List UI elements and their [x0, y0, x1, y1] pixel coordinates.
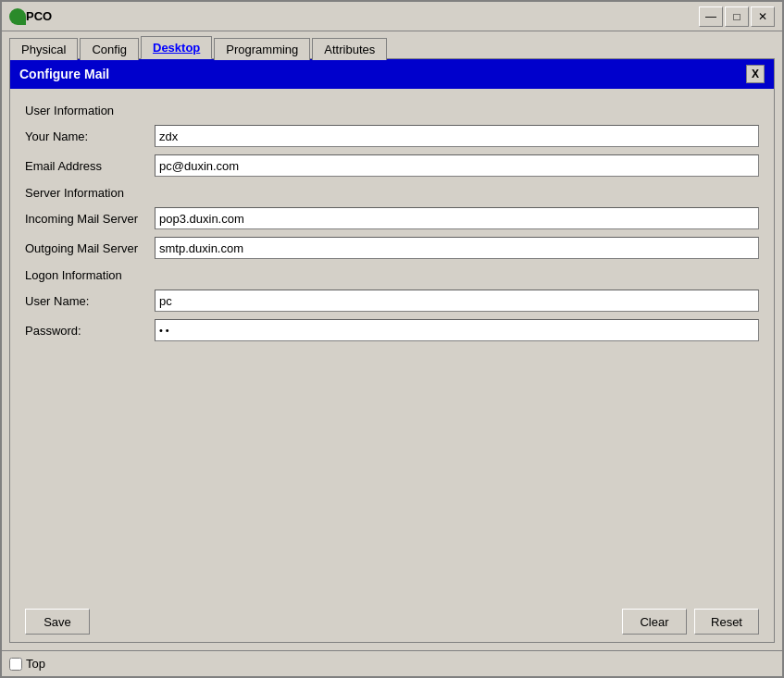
server-information-section-header: Server Information: [25, 186, 759, 200]
password-row: Password:: [25, 319, 759, 341]
top-checkbox[interactable]: [9, 658, 22, 671]
close-window-button[interactable]: ✕: [751, 6, 775, 27]
tab-attributes[interactable]: Attributes: [312, 38, 387, 60]
right-buttons: Clear Reset: [622, 609, 759, 635]
email-address-label: Email Address: [25, 159, 155, 173]
tab-desktop[interactable]: Desktop: [141, 36, 212, 59]
top-checkbox-wrapper: Top: [9, 657, 45, 671]
outgoing-mail-server-label: Outgoing Mail Server: [25, 241, 155, 255]
user-information-section-header: User Information: [25, 104, 759, 117]
titlebar: PCO — □ ✕: [2, 2, 782, 31]
maximize-button[interactable]: □: [725, 6, 749, 27]
email-address-input[interactable]: [155, 154, 759, 177]
main-window: PCO — □ ✕ Physical Config Desktop Progra…: [0, 0, 784, 678]
inner-panel: Configure Mail X User Information Your N…: [9, 58, 775, 643]
bottom-bar: Top: [2, 650, 782, 676]
left-buttons: Save: [25, 609, 90, 635]
configure-mail-title: Configure Mail: [19, 67, 109, 81]
email-address-row: Email Address: [25, 154, 759, 177]
your-name-row: Your Name:: [25, 125, 759, 147]
tab-programming[interactable]: Programming: [214, 38, 310, 60]
logon-username-label: User Name:: [25, 294, 155, 308]
buttons-area: Save Clear Reset: [10, 601, 774, 642]
clear-button[interactable]: Clear: [622, 609, 687, 635]
minimize-button[interactable]: —: [699, 6, 723, 27]
incoming-mail-server-row: Incoming Mail Server: [25, 207, 759, 229]
top-checkbox-label: Top: [26, 657, 45, 671]
outgoing-mail-server-row: Outgoing Mail Server: [25, 237, 759, 259]
logon-username-input[interactable]: [155, 290, 759, 312]
app-icon: [9, 8, 26, 25]
password-input[interactable]: [155, 319, 759, 341]
form-area: User Information Your Name: Email Addres…: [10, 89, 774, 601]
content-area: Configure Mail X User Information Your N…: [2, 58, 782, 650]
configure-mail-header: Configure Mail X: [10, 59, 774, 89]
save-button[interactable]: Save: [25, 609, 90, 635]
tab-config[interactable]: Config: [80, 38, 139, 60]
outgoing-mail-server-input[interactable]: [155, 237, 759, 259]
incoming-mail-server-input[interactable]: [155, 207, 759, 229]
window-controls: — □ ✕: [699, 6, 775, 27]
reset-button[interactable]: Reset: [694, 609, 759, 635]
password-label: Password:: [25, 324, 155, 338]
tabbar: Physical Config Desktop Programming Attr…: [2, 31, 782, 58]
app-title: PCO: [26, 9, 699, 23]
your-name-label: Your Name:: [25, 129, 155, 143]
logon-information-section-header: Logon Information: [25, 268, 759, 282]
tab-physical[interactable]: Physical: [9, 38, 78, 60]
configure-mail-close-button[interactable]: X: [746, 65, 765, 83]
logon-username-row: User Name:: [25, 290, 759, 312]
incoming-mail-server-label: Incoming Mail Server: [25, 212, 155, 226]
your-name-input[interactable]: [155, 125, 759, 147]
